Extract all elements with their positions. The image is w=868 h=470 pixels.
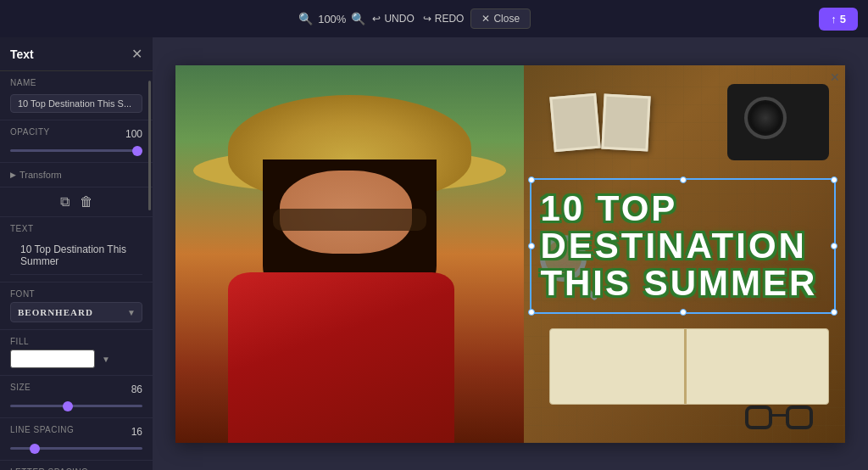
font-label: Font [10,289,142,299]
fill-row: ▼ [10,350,142,368]
close-label: Close [493,13,520,25]
spec-frame-left [745,406,772,429]
font-select-wrapper: BEORNHEARD ▼ [10,302,142,322]
name-section: Name [0,71,153,120]
zoom-in-icon[interactable]: 🔍 [351,12,365,25]
redo-icon: ↪ [423,13,431,25]
fill-section: Fill ▼ [0,330,153,376]
notebook [549,328,829,405]
polaroid-1 [549,93,600,153]
size-value: 86 [131,383,142,395]
overlay-text-content: 10 TOP DESTINATION THIS SUMMER [540,190,825,302]
delete-icon[interactable]: 🗑 [80,194,93,210]
fill-label: Fill [10,337,142,346]
left-panel: Text ✕ Name Opacity 100 ▶ Transform ⧉ 🗑 [0,37,153,470]
selection-handle-right[interactable] [831,243,837,249]
right-side: 10 TOP DESTINATION THIS SUMMER [524,65,845,443]
font-select[interactable]: BEORNHEARD [10,302,142,322]
polaroid-2 [601,94,650,152]
selection-handle-top-right[interactable] [831,176,837,183]
overlay-text-line1: 10 TOP [540,190,825,227]
chevron-right-icon: ▶ [10,171,16,179]
selection-handle-bottom[interactable] [680,309,687,316]
name-label: Name [10,78,142,87]
spec-bridge [771,414,787,417]
line-spacing-label: Line spacing [10,425,74,434]
canvas-image: 10 TOP DESTINATION THIS SUMMER [175,65,845,443]
line-spacing-row: Line spacing 16 [10,425,142,438]
size-section: Size 86 [0,376,153,418]
size-slider[interactable] [10,405,142,407]
size-label: Size [10,383,31,392]
close-panel-button[interactable]: ✕ [131,46,142,62]
woman-silhouette [175,65,524,443]
canvas-wrapper: ✕ [175,65,845,443]
scrollbar[interactable] [148,81,151,210]
redo-button[interactable]: ↪ REDO [423,13,465,25]
selection-handle-left[interactable] [528,243,535,249]
size-row: Size 86 [10,383,142,395]
zoom-out-icon[interactable]: 🔍 [298,12,313,25]
main-area: Text ✕ Name Opacity 100 ▶ Transform ⧉ 🗑 [0,37,868,470]
text-content: 10 Top Destination This Summer [10,237,142,275]
photos-group [556,95,649,150]
panel-title: Text [10,48,34,61]
transform-row[interactable]: ▶ Transform [0,163,153,187]
panel-header: Text ✕ [0,37,153,71]
opacity-row: Opacity 100 [10,127,142,140]
undo-icon: ↩ [372,13,381,25]
undo-button[interactable]: ↩ UNDO [372,13,414,25]
zoom-level: 100% [318,13,346,25]
opacity-value: 100 [125,128,142,140]
overlay-text-line2: DESTINATION [540,227,825,265]
line-spacing-slider[interactable] [10,447,142,450]
undo-redo-group: ↩ UNDO ↪ REDO [372,13,464,25]
fill-expand-icon[interactable]: ▼ [102,355,110,364]
zoom-group: 🔍 100% 🔍 [298,12,365,25]
opacity-label: Opacity [10,127,50,137]
toolbar: 🔍 100% 🔍 ↩ UNDO ↪ REDO ✕ Close ↑ 5 [0,0,868,37]
undo-label: UNDO [384,13,414,25]
share-icon: ↑ [831,13,837,25]
selection-handle-bottom-right[interactable] [831,309,837,316]
selection-handle-top-left[interactable] [528,176,535,183]
camera-lens [744,97,787,139]
camera-object [727,84,829,160]
share-count: 5 [840,13,846,25]
text-label: Text [10,224,142,233]
selection-handle-top[interactable] [680,176,687,183]
redo-label: REDO [435,13,465,25]
line-spacing-section: Line spacing 16 [0,418,153,461]
canvas-close-icon[interactable]: ✕ [830,70,840,84]
share-button[interactable]: ↑ 5 [819,8,858,31]
close-x-icon: ✕ [481,13,490,25]
left-photo [175,65,524,443]
notebook-spine [684,329,687,404]
toolbar-right: ↑ 5 [819,8,858,31]
spec-frame-right [786,406,813,429]
action-icons: ⧉ 🗑 [0,187,153,217]
red-dress [228,272,454,442]
duplicate-icon[interactable]: ⧉ [60,194,70,210]
transform-label: Transform [19,170,62,180]
text-section: Text 10 Top Destination This Summer [0,217,153,283]
fill-color-box[interactable] [10,350,95,368]
glasses [273,209,426,232]
font-section: Font BEORNHEARD ▼ [0,283,153,330]
close-button[interactable]: ✕ Close [470,8,531,29]
letter-spacing-section: Letter spacing 25 [0,461,153,470]
opacity-section: Opacity 100 [0,120,153,163]
canvas-area: ✕ [153,37,868,470]
spectacles [745,406,813,435]
text-overlay[interactable]: 10 TOP DESTINATION THIS SUMMER [530,178,835,314]
opacity-slider[interactable] [10,149,142,152]
line-spacing-value: 16 [131,426,142,438]
name-input[interactable] [10,94,142,113]
toolbar-center: 🔍 100% 🔍 ↩ UNDO ↪ REDO ✕ Close [298,8,531,29]
overlay-text-line3: THIS SUMMER [540,265,825,302]
